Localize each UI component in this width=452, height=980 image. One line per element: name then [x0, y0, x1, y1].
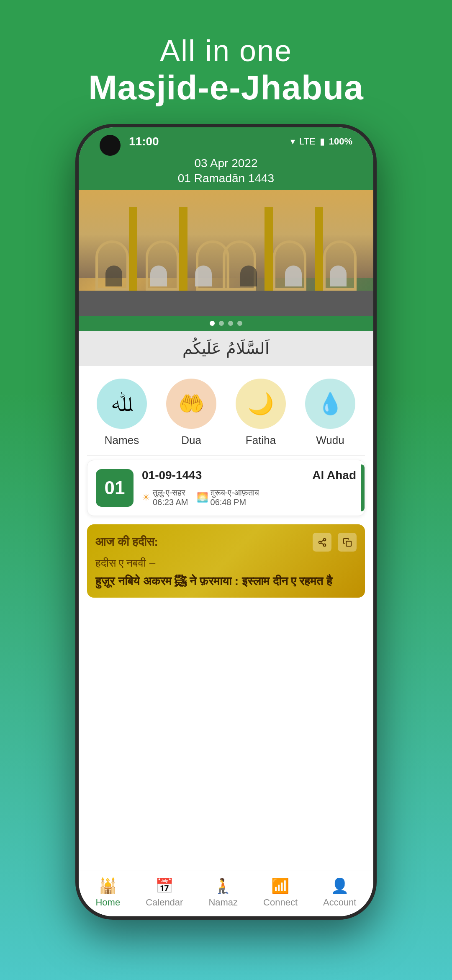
- battery-icon: ▮: [320, 136, 325, 147]
- sunset-icon: 🌅: [197, 492, 208, 503]
- sunrise-time: 06:23 AM: [153, 498, 188, 507]
- wifi-icon: ▾: [290, 136, 295, 147]
- carousel-dot-4[interactable]: [237, 321, 242, 326]
- date-hijri: 01 Ramadān 1443: [87, 172, 365, 185]
- bottom-nav: 🕌 Home 📅 Calendar 🧎 Namaz 📶 Connect 👤 Ac…: [79, 871, 373, 916]
- sunset-time: 06:48 PM: [211, 498, 259, 507]
- carousel-dot-1[interactable]: [210, 321, 215, 326]
- calendar-icon: 📅: [155, 877, 174, 895]
- nav-wudu[interactable]: 💧 Wudu: [305, 379, 355, 447]
- phone-shell: 11:00 ▾ LTE ▮ 100% 03 Apr 2022 01 Ramadā…: [75, 124, 377, 920]
- date-gregorian: 03 Apr 2022: [87, 157, 365, 170]
- day-name: Al Ahad: [312, 469, 356, 485]
- hadees-subtitle: हदीस ए नबवी –: [95, 557, 357, 570]
- carousel-dot-2[interactable]: [219, 321, 224, 326]
- sunset-item: 🌅 ग़ुरूब-ए-आफ़ताब 06:48 PM: [197, 488, 259, 507]
- signal-icon: LTE: [299, 136, 316, 147]
- sunrise-item: ☀ तुलु-ए-सहर 06:23 AM: [142, 488, 188, 507]
- svg-point-1: [318, 541, 321, 544]
- status-icons: ▾ LTE ▮ 100%: [290, 136, 352, 147]
- sunset-label: ग़ुरूब-ए-आफ़ताब: [211, 488, 259, 498]
- wudu-icon-circle: 💧: [305, 379, 355, 429]
- nav-fatiha[interactable]: 🌙 Fatiha: [236, 379, 286, 447]
- camera-cutout: [100, 135, 121, 156]
- date-info: 01-09-1443 Al Ahad ☀ तुलु-ए-सहर 06:23 AM: [142, 469, 356, 507]
- copy-icon[interactable]: [338, 533, 357, 552]
- sunrise-icon: ☀: [142, 492, 150, 503]
- svg-rect-5: [346, 541, 351, 546]
- hadees-action-icons: [313, 533, 357, 552]
- namaz-icon: 🧎: [214, 877, 232, 895]
- hadees-title: आज की हदीस:: [95, 535, 158, 549]
- nav-calendar[interactable]: 📅 Calendar: [146, 877, 183, 908]
- home-icon: 🕌: [99, 877, 117, 895]
- app-header: 03 Apr 2022 01 Ramadān 1443: [79, 152, 373, 190]
- phone-screen: 11:00 ▾ LTE ▮ 100% 03 Apr 2022 01 Ramadā…: [79, 127, 373, 916]
- hadees-text: हुज़ूर नबिये अकरम ﷺ ने फ़रमाया : इस्लाम …: [95, 573, 357, 589]
- nav-namaz[interactable]: 🧎 Namaz: [208, 877, 238, 908]
- share-icon[interactable]: [313, 533, 331, 552]
- account-icon: 👤: [331, 877, 349, 895]
- battery-percent: 100%: [329, 136, 352, 147]
- account-label: Account: [323, 897, 357, 908]
- promo-title-line1: All in one: [88, 34, 363, 68]
- salaam-banner: اَلسَّلَامُ عَلَيكُم: [79, 331, 373, 366]
- dua-icon: 🤲: [178, 392, 204, 416]
- nav-connect[interactable]: 📶 Connect: [263, 877, 298, 908]
- svg-point-0: [323, 538, 326, 541]
- dua-label: Dua: [181, 434, 201, 447]
- status-bar: 11:00 ▾ LTE ▮ 100%: [79, 127, 373, 152]
- fatiha-label: Fatiha: [246, 434, 276, 447]
- calendar-label: Calendar: [146, 897, 183, 908]
- hadees-card: आज की हदीस:: [87, 524, 365, 598]
- svg-line-4: [321, 540, 323, 542]
- nav-names[interactable]: ﷲ Names: [97, 379, 147, 447]
- names-label: Names: [105, 434, 139, 447]
- section-divider: [87, 455, 365, 456]
- green-accent: [361, 464, 365, 511]
- wudu-label: Wudu: [316, 434, 344, 447]
- hadees-header: आज की हदीस:: [95, 533, 357, 552]
- svg-line-3: [321, 543, 323, 544]
- connect-icon: 📶: [271, 877, 290, 895]
- home-label: Home: [95, 897, 120, 908]
- wudu-icon: 💧: [317, 392, 343, 416]
- promo-header: All in one Masjid-e-Jhabua: [88, 0, 363, 124]
- namaz-label: Namaz: [208, 897, 238, 908]
- content-area: ﷲ Names 🤲 Dua 🌙 Fatiha: [79, 366, 373, 871]
- date-card: 01 01-09-1443 Al Ahad ☀ तुलु-ए-सहर 06:23…: [87, 460, 365, 516]
- nav-home[interactable]: 🕌 Home: [95, 877, 120, 908]
- carousel-dot-3[interactable]: [228, 321, 233, 326]
- names-icon-circle: ﷲ: [97, 379, 147, 429]
- status-time: 11:00: [129, 135, 159, 148]
- nav-dua[interactable]: 🤲 Dua: [166, 379, 216, 447]
- names-icon: ﷲ: [111, 392, 133, 416]
- sunrise-label: तुलु-ए-सहर: [153, 488, 188, 498]
- salaam-text: اَلسَّلَامُ عَلَيكُم: [87, 339, 365, 358]
- svg-point-2: [323, 544, 326, 546]
- date-number-box: 01: [96, 469, 134, 507]
- nav-account[interactable]: 👤 Account: [323, 877, 357, 908]
- carousel-dots: [79, 316, 373, 331]
- sun-times: ☀ तुलु-ए-सहर 06:23 AM 🌅 ग़ुरूब-ए-आफ़ताब …: [142, 488, 356, 507]
- connect-label: Connect: [263, 897, 298, 908]
- fatiha-icon-circle: 🌙: [236, 379, 286, 429]
- masjid-image: [79, 190, 373, 316]
- dua-icon-circle: 🤲: [166, 379, 216, 429]
- fatiha-icon: 🌙: [248, 392, 274, 416]
- promo-title-line2: Masjid-e-Jhabua: [88, 68, 363, 107]
- hijri-date: 01-09-1443: [142, 469, 202, 482]
- icon-grid: ﷲ Names 🤲 Dua 🌙 Fatiha: [79, 366, 373, 455]
